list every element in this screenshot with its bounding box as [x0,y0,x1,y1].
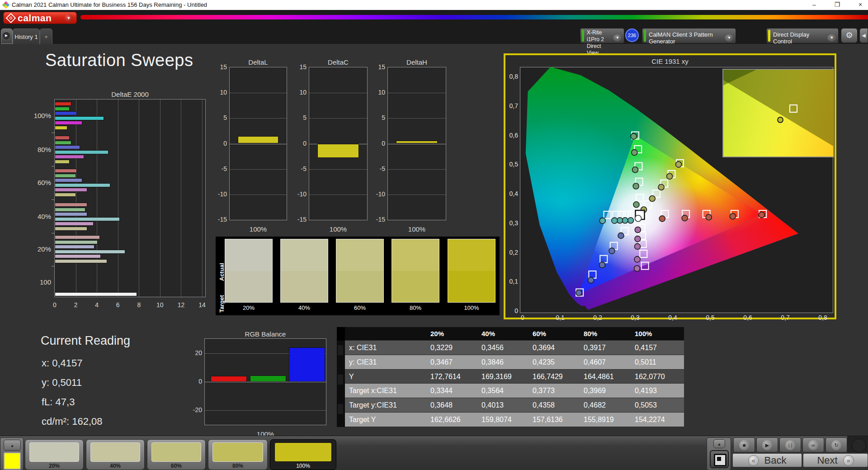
deltae-category-label: 100 [26,278,51,286]
cie-y-tick-label: 0,3 [503,219,518,227]
table-cell: 0,3467 [428,355,479,369]
cie-chart-title: CIE 1931 xy [505,57,835,65]
swatch-target-80% [392,271,439,303]
deltae-bar-20%-blue [55,245,94,249]
swatch-100% [448,239,495,303]
dl-plot-y-tick-label: -10 [213,190,227,198]
expand-preview-button[interactable]: ▲ [4,440,21,451]
cie-measured-cyan [599,218,605,223]
record-indicator [852,438,866,453]
pattern-button-40%[interactable]: 40% [86,439,145,470]
cie-measured-green [633,202,639,208]
settings-button[interactable]: ⚙ [841,28,858,43]
expand-transport-button[interactable]: ▲ [713,439,725,448]
meter-status-accent [582,30,584,42]
table-cell: 154,2274 [632,413,683,427]
cie-measured-green [633,183,639,189]
cie-measured-blue [618,233,624,238]
pattern-button-20%[interactable]: 20% [25,439,84,470]
minimize-button[interactable]: – [807,0,822,10]
table-cell: 0,3694 [530,341,581,355]
swatch-actual-100% [448,239,495,271]
deltae-bar-100%-green [55,107,70,111]
loop-read-icon: ↻ [831,440,841,450]
window-pattern-button[interactable] [710,450,729,468]
swatch-target-40% [281,271,328,303]
add-tab-button[interactable]: + [40,28,52,44]
calman-menu-button[interactable]: calman ▼ [3,12,77,24]
deltae-category-label: 80% [26,146,51,153]
table-cell: 166,7429 [530,370,581,384]
pattern-button-60%[interactable]: 60% [147,439,206,470]
back-button[interactable]: « Back [732,453,802,467]
pattern-generator-dropdown[interactable]: CalMAN Client 3 Pattern Generator ▼ [642,28,736,43]
dl-plot-gridline [230,93,287,93]
chevrons-left-icon: « [748,455,759,466]
tab-scroll-button[interactable]: ▶ [1,28,13,44]
page-title: Saturation Sweeps [45,51,193,70]
collapse-panel-button[interactable]: ◀ [859,28,868,43]
cie-y-tick-label: 0 [503,307,518,314]
step-pattern-button[interactable]: [·] [779,437,801,452]
stop-pattern-button[interactable]: ■ [733,437,755,452]
reading-fl: fL: 47,3 [42,396,75,408]
pattern-button-80%[interactable]: 80% [208,439,268,470]
window-pattern-icon [714,454,726,466]
deltae-gridline [139,100,139,297]
deltae-bar-20%-magenta [55,254,101,258]
deltae-gridline [118,100,118,297]
dl-plot-y-tick-label: -5 [213,165,227,172]
inset-target-marker [789,104,797,113]
deltae-bar-100%-magenta [55,121,82,125]
dl-plot-gridline [230,169,287,170]
display-control-dropdown[interactable]: Direct Display Control ▼ [766,28,839,43]
dl-plot-gridline [230,195,287,195]
chevron-down-icon: ▼ [827,34,836,42]
deltae-gridline [202,100,203,297]
rgb-gridline [205,382,326,382]
deltae-axis-minor-tick [52,266,54,266]
table-cell: 162,0770 [632,370,683,384]
next-button[interactable]: Next » [803,453,868,467]
dh-plot-gridline [388,118,446,119]
table-cell: 157,6136 [530,413,581,427]
deltae-axis-minor-tick [52,233,54,233]
calman-app-window: Calman 2021 Calman Ultimate for Business… [0,0,868,470]
swatch-actual-20% [225,239,272,271]
back-label: Back [764,455,787,466]
deltae-category-label: 40% [26,213,51,220]
triangle-up-icon: ▲ [717,442,722,446]
play-pattern-button[interactable]: ▶ [756,437,778,452]
table-cell: 0,3846 [479,355,530,369]
tab-history-1[interactable]: History 1 [13,28,40,44]
meter-dropdown[interactable]: X-Rite i1Pro 2Direct View ▼ [580,28,624,43]
dc-plot-gridline [309,169,367,170]
continuous-read-button[interactable]: ∞ [802,437,824,452]
loop-read-button[interactable]: ↻ [826,437,847,452]
pattern-button-100%[interactable]: 100% [270,439,336,470]
reading-cdm2: cd/m²: 162,08 [42,416,103,427]
deltae-bar-60%-red [55,169,77,173]
measurement-table: 20%40%60%80%100%x: CIE310,32290,34560,36… [337,327,684,427]
table-row: x: CIE310,32290,34560,36940,39170,4157 [345,341,684,355]
dh-plot-gridline [388,93,446,93]
dh-plot-y-tick-label: -15 [372,216,385,223]
deltae-bar-60%-magenta [55,188,87,192]
cie-x-tick-label: 0 [513,314,533,321]
restore-button[interactable]: ❐ [830,0,845,10]
pattern-preview-swatch [4,452,21,470]
swatch-actual-40% [281,239,328,271]
chevron-down-icon: ▼ [725,34,734,42]
target-row-label: Target [218,295,225,313]
gear-icon: ⚙ [845,31,853,40]
menu-strip: calman ▼ [0,10,868,27]
table-row-label: Y [345,370,428,384]
table-cell: 0,4235 [530,355,581,369]
deltae-bar-80%-green [55,141,71,145]
swatch-40% [280,239,328,303]
close-button[interactable]: × [853,0,868,10]
dc-plot-gridline [309,93,367,93]
dc-plot-y-tick-label: -10 [293,190,307,198]
meter-count-badge[interactable]: 236 [625,28,639,42]
cie-measured-magenta [635,236,641,242]
